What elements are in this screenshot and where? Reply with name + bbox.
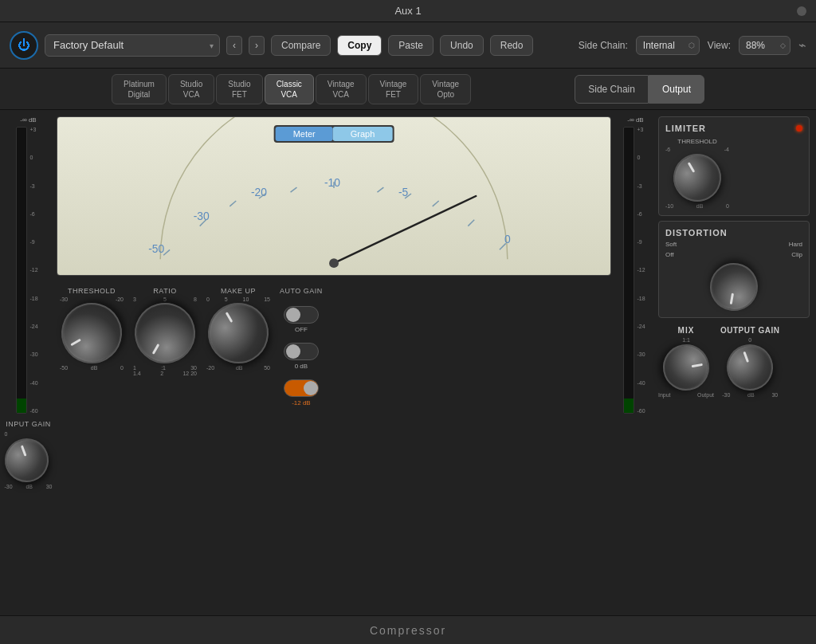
meter-tab[interactable]: Meter (276, 127, 333, 141)
limiter-knob-area: THRESHOLD -6 -4 -10 dB 0 (665, 138, 802, 209)
svg-line-10 (291, 187, 297, 192)
toolbar: ⏻ Factory Default ▾ ‹ › Compare Copy Pas… (0, 22, 816, 69)
limiter-threshold-knob[interactable] (665, 145, 730, 210)
svg-line-6 (163, 249, 170, 255)
auto-gain-section: AUTO GAIN OFF 0 dB (280, 287, 323, 406)
right-meter-top-label: -∞ dB (627, 116, 643, 124)
tab-studio-vca[interactable]: Studio VCA (168, 74, 214, 104)
distortion-hard: Hard (789, 241, 802, 248)
auto-gain-12db-toggle[interactable] (284, 379, 319, 397)
svg-point-18 (329, 258, 339, 268)
left-meter-level (17, 399, 26, 413)
copy-button[interactable]: Copy (337, 35, 382, 56)
limiter-s4: 0 (726, 203, 729, 209)
ratio-extra-scale: 1.4 2 12 20 (133, 371, 197, 376)
ratio-t2: 5 (163, 296, 167, 302)
nav-back-button[interactable]: ‹ (226, 36, 242, 55)
paste-button[interactable]: Paste (388, 35, 434, 56)
left-meter-top-label: -∞ dB (20, 116, 36, 124)
makeup-t4: 15 (264, 296, 270, 302)
input-gain-knob[interactable] (0, 432, 54, 488)
output-gain-min: -30 (722, 392, 730, 398)
link-icon[interactable]: ⌁ (798, 37, 806, 53)
tab-vintage-vca[interactable]: Vintage VCA (316, 74, 367, 104)
makeup-knob[interactable] (197, 292, 280, 375)
ratio-knob[interactable] (124, 292, 206, 375)
tab-vintage-fet[interactable]: Vintage FET (368, 74, 419, 104)
undo-button[interactable]: Undo (440, 35, 484, 56)
makeup-t2: 5 (225, 296, 228, 302)
ratio-t3: 8 (194, 296, 197, 302)
ratio-min: 1 (133, 365, 136, 371)
limiter-s2: -4 (724, 147, 729, 152)
auto-gain-off-label: OFF (295, 326, 308, 333)
makeup-max: 50 (264, 365, 270, 371)
power-icon: ⏻ (18, 38, 30, 53)
ratio-e2: 2 (160, 371, 163, 376)
plugin-name: Compressor (370, 624, 446, 637)
preset-select[interactable]: Factory Default (45, 34, 220, 57)
input-gain-scale-top: 0 (5, 431, 53, 437)
limiter-title: LIMITER (665, 124, 706, 133)
distortion-section: DISTORTION Soft Hard Off Clip (658, 221, 810, 318)
svg-line-12 (377, 187, 383, 192)
model-tabs-bar: Platinum Digital Studio VCA Studio FET C… (0, 69, 816, 110)
mix-ratio-label: 1:1 (682, 337, 690, 343)
power-button[interactable]: ⏻ (10, 31, 38, 60)
ratio-e1: 1.4 (133, 371, 141, 376)
svg-text:-50: -50 (148, 242, 164, 255)
mix-scale-bottom: Input Output (658, 392, 714, 398)
right-meter-scale: +3 0 -3 -6 -9 -12 -18 -24 -30 -40 -60 (638, 127, 645, 414)
threshold-section: THRESHOLD -30 -20 -50 dB 0 (60, 287, 124, 371)
limiter-s3: -10 (665, 203, 673, 209)
threshold-knob-container (61, 303, 122, 363)
mix-output: Output (697, 392, 714, 398)
title-bar: Aux 1 (0, 0, 816, 22)
view-select-wrapper: 88% ◇ (739, 36, 790, 55)
left-meter-bar (16, 127, 27, 414)
makeup-t3: 10 (243, 296, 249, 302)
mix-knob[interactable] (659, 340, 712, 394)
limiter-db-label: dB (696, 203, 704, 209)
compare-button[interactable]: Compare (271, 35, 331, 56)
threshold-knob[interactable] (50, 292, 133, 375)
limiter-scale-top: -6 -4 (665, 147, 729, 152)
auto-gain-label: AUTO GAIN (280, 287, 323, 295)
redo-button[interactable]: Redo (490, 35, 534, 56)
output-gain-knob[interactable] (720, 338, 779, 397)
mix-label: MIX (678, 326, 695, 335)
right-meter-strip: -∞ dB +3 0 -3 -6 -9 -12 -18 -24 -30 -40 … (618, 116, 653, 609)
toggle-knob-0db (286, 344, 300, 359)
auto-gain-0db-toggle[interactable] (284, 343, 319, 360)
view-select[interactable]: 88% (739, 36, 790, 55)
auto-gain-off-toggle[interactable] (284, 306, 319, 324)
output-button[interactable]: Output (649, 75, 704, 104)
input-gain-scale-bottom: -30 dB 30 (5, 484, 53, 489)
nav-forward-button[interactable]: › (249, 36, 265, 55)
distortion-knob[interactable] (706, 259, 762, 315)
side-chain-button[interactable]: Side Chain (575, 75, 649, 104)
input-gain-label: INPUT GAIN (5, 420, 53, 428)
tab-vintage-opto[interactable]: Vintage Opto (420, 74, 471, 104)
ratio-t1: 3 (133, 296, 136, 302)
threshold-max: 0 (120, 365, 124, 371)
window-close-btn[interactable] (797, 6, 806, 16)
tab-studio-fet[interactable]: Studio FET (216, 74, 262, 104)
limiter-header: LIMITER (665, 124, 802, 133)
input-gain-min: -30 (5, 484, 13, 489)
side-chain-select[interactable]: Internal (636, 36, 700, 55)
side-chain-label: Side Chain: (579, 40, 628, 51)
toolbar-right: Side Chain: Internal ⬡ View: 88% ◇ ⌁ (579, 36, 806, 55)
input-gain-scale-zero: 0 (5, 431, 8, 437)
graph-tab[interactable]: Graph (333, 127, 393, 141)
limiter-threshold-label: THRESHOLD (677, 138, 716, 145)
svg-text:-10: -10 (324, 176, 340, 189)
input-gain-max: 30 (46, 484, 53, 489)
dist-header: DISTORTION (665, 228, 802, 238)
ratio-unit: :1 (161, 365, 166, 371)
left-meter-strip: -∞ dB +3 0 -3 -6 -9 -12 -18 -24 -30 -40 (6, 116, 50, 609)
preset-wrapper: Factory Default ▾ (45, 34, 220, 57)
tab-classic-vca[interactable]: Classic VCA (265, 74, 314, 104)
distortion-clip: Clip (791, 251, 802, 258)
tab-platinum-digital[interactable]: Platinum Digital (112, 74, 167, 104)
